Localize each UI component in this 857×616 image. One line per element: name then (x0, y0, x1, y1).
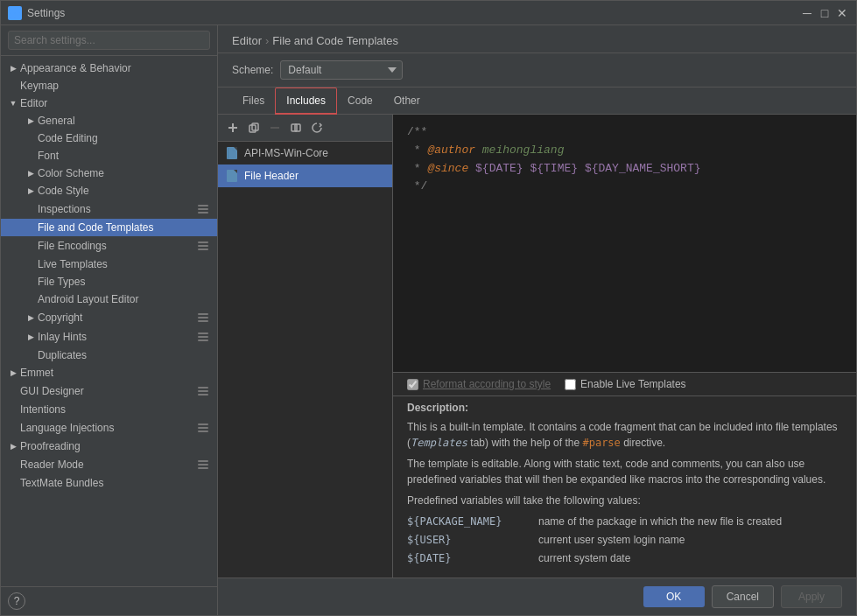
search-input[interactable] (8, 31, 210, 50)
reformat-checkbox-label[interactable]: Reformat according to style (407, 378, 551, 390)
close-button[interactable]: ✕ (835, 6, 849, 20)
help-button[interactable]: ? (8, 592, 25, 610)
desc-para-1: This is a built-in template. It contains… (407, 419, 842, 451)
code-line-2: * @author meihongliang (407, 142, 842, 160)
sidebar-item-code-style[interactable]: ▶ Code Style (1, 182, 217, 200)
template-list-panel: API-MS-Win-Core File Header (218, 115, 393, 578)
desc-row-user: ${USER} current user system login name (407, 532, 842, 548)
reformat-checkbox[interactable] (407, 379, 418, 390)
sidebar-item-language-injections[interactable]: ▶ Language Injections (1, 418, 217, 438)
template-item-api-ms[interactable]: API-MS-Win-Core (218, 142, 392, 164)
breadcrumb-current: File and Code Templates (272, 34, 398, 47)
sidebar-item-copyright[interactable]: ▶ Copyright (1, 308, 217, 327)
settings-icon (196, 421, 210, 435)
sidebar: ▶ Appearance & Behavior ▶ Keymap ▼ Edito… (1, 25, 218, 615)
sidebar-item-file-code-templates[interactable]: ▶ File and Code Templates (1, 219, 217, 236)
apply-button[interactable]: Apply (781, 585, 842, 608)
sidebar-item-label: Live Templates (38, 258, 108, 270)
duplicate-button[interactable] (286, 118, 306, 137)
app-icon (8, 6, 22, 20)
sidebar-item-android-layout[interactable]: ▶ Android Layout Editor (1, 290, 217, 308)
sidebar-item-label: Color Scheme (38, 167, 104, 179)
desc-var-name: ${DATE} (407, 550, 521, 566)
template-item-label: File Header (244, 170, 299, 182)
sidebar-item-file-types[interactable]: ▶ File Types (1, 273, 217, 290)
sidebar-item-inlay-hints[interactable]: ▶ Inlay Hints (1, 327, 217, 346)
svg-rect-3 (15, 13, 20, 18)
sidebar-item-gui-designer[interactable]: ▶ GUI Designer (1, 382, 217, 401)
code-line-3: * @since ${DATE} ${TIME} ${DAY_NAME_SHOR… (407, 160, 842, 178)
sidebar-item-inspections[interactable]: ▶ Inspections (1, 200, 217, 219)
tab-code[interactable]: Code (337, 88, 383, 115)
tab-other[interactable]: Other (383, 88, 431, 115)
panel-header: Editor › File and Code Templates (218, 25, 856, 53)
sidebar-item-proofreading[interactable]: ▶ Proofreading (1, 438, 217, 455)
svg-rect-10 (198, 313, 208, 315)
settings-icon (196, 202, 210, 216)
sidebar-item-code-editing[interactable]: ▶ Code Editing (1, 130, 217, 147)
code-editor-panel: /** * @author meihongliang * @since ${DA… (393, 115, 856, 578)
svg-rect-5 (198, 208, 208, 210)
sidebar-item-textmate[interactable]: ▶ TextMate Bundles (1, 474, 217, 492)
nav-tree: ▶ Appearance & Behavior ▶ Keymap ▼ Edito… (1, 56, 217, 586)
description-label: Description: (393, 396, 856, 416)
remove-button[interactable] (265, 118, 284, 137)
breadcrumb-separator: › (265, 34, 269, 47)
template-file-icon (225, 169, 239, 183)
live-templates-checkbox[interactable] (565, 379, 576, 390)
template-item-file-header[interactable]: File Header (218, 164, 392, 187)
template-file-icon (225, 146, 239, 160)
sidebar-item-duplicates[interactable]: ▶ Duplicates (1, 346, 217, 364)
copy-button[interactable] (244, 118, 263, 137)
expand-arrow: ▶ (8, 368, 18, 378)
sidebar-item-color-scheme[interactable]: ▶ Color Scheme (1, 164, 217, 182)
desc-var-name: ${PACKAGE_NAME} (407, 514, 521, 529)
sidebar-item-intentions[interactable]: ▶ Intentions (1, 401, 217, 418)
code-editor[interactable]: /** * @author meihongliang * @since ${DA… (393, 115, 856, 372)
sidebar-item-appearance[interactable]: ▶ Appearance & Behavior (1, 60, 217, 77)
live-templates-checkbox-label[interactable]: Enable Live Templates (565, 378, 686, 390)
sidebar-item-keymap[interactable]: ▶ Keymap (1, 77, 217, 94)
search-box (1, 25, 217, 56)
desc-var-desc: name of the package in which the new fil… (538, 514, 782, 529)
sidebar-item-editor[interactable]: ▼ Editor (1, 94, 217, 112)
sidebar-item-live-templates[interactable]: ▶ Live Templates (1, 256, 217, 273)
sidebar-item-general[interactable]: ▶ General (1, 112, 217, 130)
cancel-button[interactable]: Cancel (712, 585, 774, 608)
scheme-select[interactable]: Default Project (280, 60, 403, 80)
svg-rect-24 (198, 467, 208, 469)
window-title: Settings (27, 7, 800, 19)
sidebar-item-label: Copyright (38, 312, 82, 324)
breadcrumb: Editor › File and Code Templates (232, 34, 398, 47)
desc-var-desc: current user system login name (538, 532, 685, 548)
breadcrumb-root: Editor (232, 34, 262, 47)
desc-row-package: ${PACKAGE_NAME} name of the package in w… (407, 514, 842, 529)
template-item-label: API-MS-Win-Core (244, 147, 328, 159)
sidebar-item-font[interactable]: ▶ Font (1, 147, 217, 164)
svg-rect-11 (198, 317, 208, 318)
expand-arrow: ▶ (25, 116, 36, 126)
svg-rect-34 (228, 171, 235, 181)
sidebar-item-reader-mode[interactable]: ▶ Reader Mode (1, 455, 217, 474)
sidebar-item-file-encodings[interactable]: ▶ File Encodings (1, 236, 217, 256)
expand-arrow: ▶ (8, 63, 18, 74)
sidebar-item-label: Code Style (38, 185, 89, 197)
settings-window: Settings ─ □ ✕ ▶ Appearance & Behavior ▶ (0, 0, 857, 616)
tab-files[interactable]: Files (232, 88, 275, 115)
sidebar-item-emmet[interactable]: ▶ Emmet (1, 364, 217, 382)
svg-rect-12 (198, 320, 208, 322)
panel-body: API-MS-Win-Core File Header (218, 115, 856, 578)
expand-arrow: ▶ (25, 332, 36, 342)
svg-rect-23 (198, 464, 208, 466)
add-button[interactable] (223, 118, 242, 137)
ok-button[interactable]: OK (643, 586, 705, 607)
sidebar-item-label: File Types (38, 276, 85, 288)
sidebar-item-label: Code Editing (38, 132, 98, 144)
minimize-button[interactable]: ─ (800, 6, 814, 20)
maximize-button[interactable]: □ (818, 6, 832, 20)
sidebar-item-label: Emmet (20, 367, 53, 379)
reset-button[interactable] (307, 118, 327, 137)
sidebar-item-label: TextMate Bundles (20, 477, 103, 489)
tab-includes[interactable]: Includes (275, 88, 337, 115)
svg-rect-31 (295, 124, 300, 131)
